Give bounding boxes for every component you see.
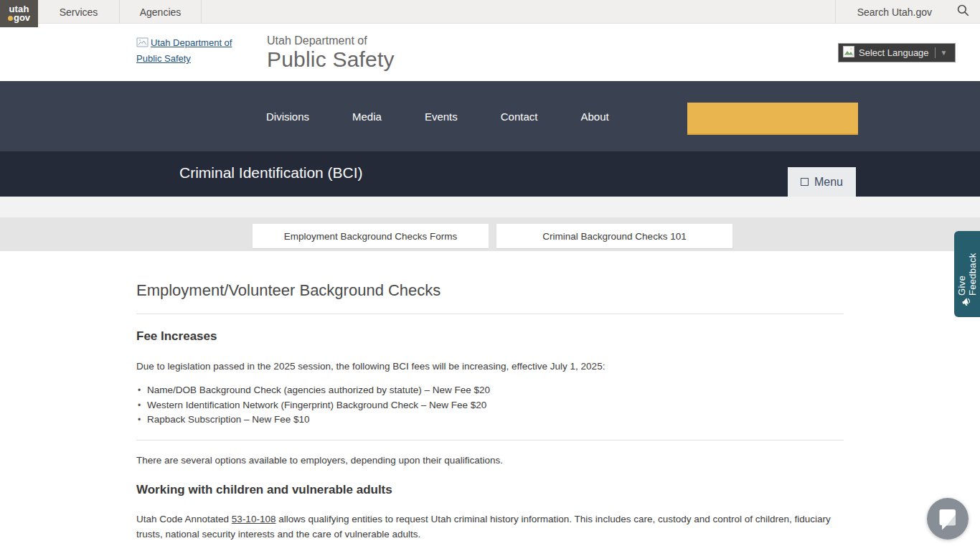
nav-yellow-button[interactable] [687, 103, 858, 135]
options-paragraph: There are several options available to e… [136, 453, 844, 468]
fee-intro-paragraph: Due to legislation passed in the 2025 se… [136, 359, 844, 374]
site-title: Utah Department of Public Safety [267, 34, 395, 72]
fee-list-item: Rapback Subscription – New Fee $10 [136, 413, 844, 428]
site-title-large: Public Safety [267, 47, 395, 72]
utah-code-paragraph: Utah Code Annotated 53-10-108 allows qua… [136, 512, 844, 542]
main-navigation: Divisions Media Events Contact About [0, 81, 980, 151]
megaphone-icon [959, 294, 974, 311]
language-label: Select Language [859, 47, 929, 58]
search-icon[interactable] [956, 4, 970, 20]
utah-gov-logo[interactable]: utah gov [0, 0, 38, 27]
code-53-10-108-link[interactable]: 53-10-108 [232, 514, 276, 524]
fee-increases-heading: Fee Increases [136, 329, 844, 344]
employment-background-checks-forms-button[interactable]: Employment Background Checks Forms [253, 224, 489, 248]
fee-list-item: Western Identification Network (Fingerpr… [136, 398, 844, 413]
utah-logo-dot [8, 16, 13, 21]
language-image-icon [843, 46, 854, 60]
menu-label: Menu [814, 176, 843, 189]
main-content: Employment/Volunteer Background Checks F… [136, 251, 844, 551]
utility-links: Services Agencies [38, 0, 202, 24]
nav-item-events[interactable]: Events [425, 110, 458, 123]
nav-item-about[interactable]: About [580, 110, 608, 123]
criminal-background-checks-101-button[interactable]: Criminal Background Checks 101 [496, 224, 732, 248]
give-feedback-tab[interactable]: Give Feedback [954, 231, 980, 317]
nav-links: Divisions Media Events Contact About [266, 81, 609, 151]
children-heading: Working with children and vulnerable adu… [136, 483, 844, 497]
fee-list: Name/DOB Background Check (agencies auth… [136, 383, 844, 428]
select-language-dropdown[interactable]: Select Language ▼ [838, 43, 956, 62]
chat-widget-button[interactable] [927, 498, 969, 540]
page: Services Agencies Search Utah.gov utah g… [0, 0, 980, 551]
language-separator [935, 47, 936, 58]
logo-alt-text: Utah Department of Public Safety [136, 37, 232, 64]
nav-item-media[interactable]: Media [352, 110, 382, 123]
give-feedback-label: Give Feedback [956, 240, 978, 296]
menu-icon [801, 178, 809, 186]
utah-gov-utility-bar: Services Agencies Search Utah.gov [0, 0, 980, 24]
division-bar: Criminal Identification (BCI) Menu [0, 151, 980, 197]
page-title: Employment/Volunteer Background Checks [136, 281, 844, 300]
menu-button[interactable]: Menu [788, 167, 856, 197]
site-header: Utah Department of Public Safety Utah De… [0, 24, 980, 81]
search-utah-gov[interactable]: Search Utah.gov [835, 0, 980, 24]
agencies-link[interactable]: Agencies [120, 0, 202, 24]
quicklink-band [0, 217, 980, 251]
divider [136, 440, 844, 441]
site-title-small: Utah Department of [267, 34, 395, 47]
nav-item-contact[interactable]: Contact [501, 110, 538, 123]
chevron-down-icon: ▼ [941, 49, 948, 57]
utah-logo-line2: gov [0, 14, 38, 22]
divider [136, 314, 844, 314]
nav-item-divisions[interactable]: Divisions [266, 110, 309, 123]
search-label: Search Utah.gov [857, 6, 932, 18]
broken-image-icon [136, 37, 149, 52]
division-title: Criminal Identification (BCI) [179, 164, 363, 182]
fee-list-item: Name/DOB Background Check (agencies auth… [136, 383, 844, 398]
services-link[interactable]: Services [38, 0, 120, 24]
spacer-band [0, 197, 980, 217]
dps-logo-broken-image-link[interactable]: Utah Department of Public Safety [136, 36, 244, 66]
